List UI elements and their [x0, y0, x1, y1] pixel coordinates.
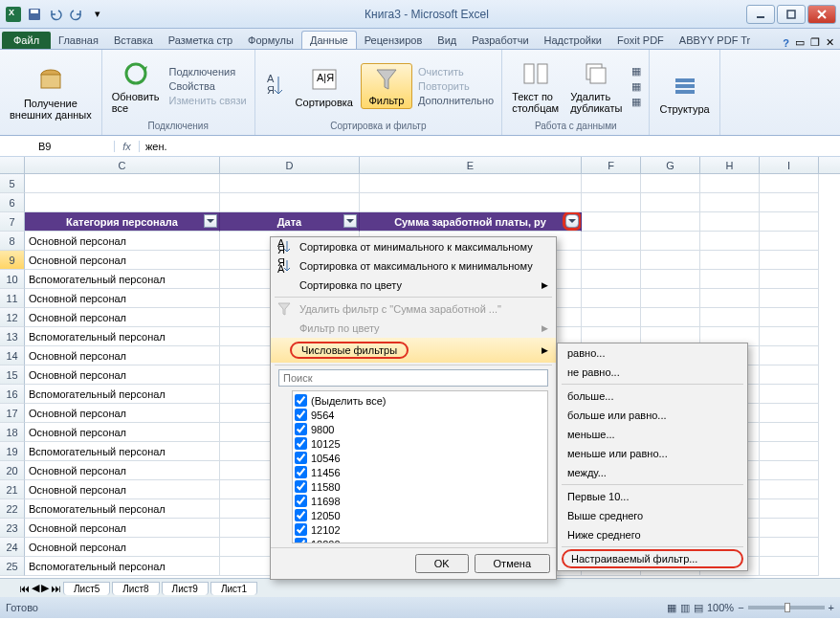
cell[interactable]	[700, 174, 760, 193]
cell[interactable]: Вспомогательный персонал	[25, 327, 220, 346]
save-icon[interactable]	[25, 5, 44, 24]
cell[interactable]	[641, 251, 700, 270]
cell[interactable]	[760, 308, 819, 327]
col-header-g[interactable]: G	[641, 157, 700, 173]
filter-value-item[interactable]: 12102	[295, 522, 545, 537]
cell[interactable]	[760, 499, 819, 519]
zoom-out-icon[interactable]: −	[738, 602, 743, 613]
row-header[interactable]: 6	[0, 193, 25, 212]
cell[interactable]: Основной персонал	[25, 365, 220, 385]
sort-asc-item[interactable]: АЯ Сортировка от минимального к максимал…	[271, 237, 556, 256]
cell[interactable]	[582, 270, 641, 289]
zoom-slider[interactable]	[748, 606, 825, 609]
formula-input[interactable]: жен.	[140, 141, 840, 152]
filter-dropdown-icon[interactable]	[343, 214, 357, 228]
tab-home[interactable]: Главная	[51, 32, 106, 49]
cell[interactable]	[25, 193, 220, 212]
outline-button[interactable]: Структура	[655, 69, 713, 117]
col-header-c[interactable]: C	[25, 157, 220, 173]
sheet-tab[interactable]: Лист9	[162, 582, 209, 595]
cell[interactable]: Основной персонал	[25, 251, 220, 270]
row-header[interactable]: 10	[0, 270, 25, 289]
number-filter-option[interactable]: равно...	[558, 343, 747, 363]
zoom-in-icon[interactable]: +	[829, 602, 834, 613]
cell[interactable]	[360, 193, 582, 212]
number-filter-option[interactable]: меньше...	[558, 425, 747, 444]
filter-search-input[interactable]	[278, 369, 548, 387]
filter-search[interactable]	[278, 369, 548, 387]
cell[interactable]: Основной персонал	[25, 404, 220, 423]
cell[interactable]	[760, 212, 819, 232]
cell[interactable]	[582, 308, 641, 327]
doc-close-icon[interactable]: ✕	[826, 36, 834, 49]
cell[interactable]	[700, 232, 760, 251]
cell[interactable]: Основной персонал	[25, 232, 220, 251]
sort-by-color-item[interactable]: Сортировка по цвету▶	[271, 276, 556, 295]
fx-icon[interactable]: fx	[115, 141, 140, 152]
filter-checkbox[interactable]	[295, 409, 307, 421]
row-header[interactable]: 8	[0, 232, 25, 251]
row-header[interactable]: 12	[0, 308, 25, 327]
cell[interactable]	[641, 289, 700, 308]
row-header[interactable]: 16	[0, 385, 25, 404]
filter-checkbox[interactable]	[295, 495, 307, 507]
row-header[interactable]: 14	[0, 346, 25, 365]
filter-value-item[interactable]: 11580	[295, 479, 545, 494]
cell[interactable]	[220, 193, 360, 212]
filter-checkbox[interactable]	[295, 437, 307, 450]
row-header[interactable]: 15	[0, 365, 25, 385]
filter-checkbox[interactable]	[295, 538, 307, 543]
tab-addins[interactable]: Надстройки	[537, 32, 609, 49]
col-header-f[interactable]: F	[582, 157, 641, 173]
filter-value-item[interactable]: 10546	[295, 451, 545, 465]
cell[interactable]	[760, 557, 819, 576]
cell[interactable]	[641, 270, 700, 289]
tab-review[interactable]: Рецензиров	[357, 32, 431, 49]
cell[interactable]	[700, 289, 760, 308]
cell[interactable]	[760, 480, 819, 499]
edit-links-button[interactable]: Изменить связи	[167, 94, 249, 107]
cell[interactable]	[760, 538, 819, 557]
sheet-nav-first-icon[interactable]: ⏮	[19, 583, 30, 594]
cell[interactable]: Основной персонал	[25, 480, 220, 499]
tab-insert[interactable]: Вставка	[106, 32, 161, 49]
filter-checkbox[interactable]	[295, 480, 307, 493]
tab-view[interactable]: Вид	[430, 32, 464, 49]
sheet-nav-last-icon[interactable]: ⏭	[51, 583, 61, 594]
cell[interactable]	[700, 212, 760, 232]
cell[interactable]	[760, 270, 819, 289]
number-filter-option[interactable]: Ниже среднего	[558, 525, 747, 544]
cell[interactable]	[582, 251, 641, 270]
cell[interactable]	[760, 365, 819, 385]
cell[interactable]: Вспомогательный персонал	[25, 442, 220, 461]
col-header-e[interactable]: E	[360, 157, 582, 173]
tab-file[interactable]: Файл	[2, 32, 51, 49]
filter-value-item[interactable]: 12050	[295, 508, 545, 522]
advanced-filter-button[interactable]: Дополнительно	[416, 94, 496, 107]
whatif-icon[interactable]: ▦	[630, 95, 643, 109]
col-header-i[interactable]: I	[760, 157, 819, 173]
cell[interactable]	[582, 232, 641, 251]
cell[interactable]	[760, 232, 819, 251]
row-header[interactable]: 23	[0, 519, 25, 538]
tab-abbyy[interactable]: ABBYY PDF Tr	[672, 32, 758, 49]
sort-az-button[interactable]: АЯ	[261, 69, 288, 103]
undo-icon[interactable]	[46, 5, 65, 24]
filter-value-item[interactable]: 9800	[295, 422, 545, 436]
filter-dropdown-icon[interactable]	[204, 214, 217, 228]
sheet-tab[interactable]: Лист5	[63, 582, 110, 595]
table-header-cell[interactable]: Дата	[220, 212, 360, 232]
number-filter-option[interactable]: между...	[558, 463, 747, 482]
cell[interactable]	[220, 174, 360, 193]
filter-value-item[interactable]: (Выделить все)	[295, 393, 545, 408]
minimize-button[interactable]	[746, 5, 775, 24]
row-header[interactable]: 13	[0, 327, 25, 346]
number-filter-option[interactable]: Первые 10...	[558, 487, 747, 506]
minimize-ribbon-icon[interactable]: ▭	[795, 36, 805, 49]
help-icon[interactable]: ?	[783, 37, 789, 49]
cell[interactable]: Основной персонал	[25, 346, 220, 365]
cell[interactable]	[760, 442, 819, 461]
filter-value-item[interactable]: 9564	[295, 408, 545, 422]
cell[interactable]	[641, 174, 700, 193]
filter-checkbox[interactable]	[295, 509, 307, 521]
